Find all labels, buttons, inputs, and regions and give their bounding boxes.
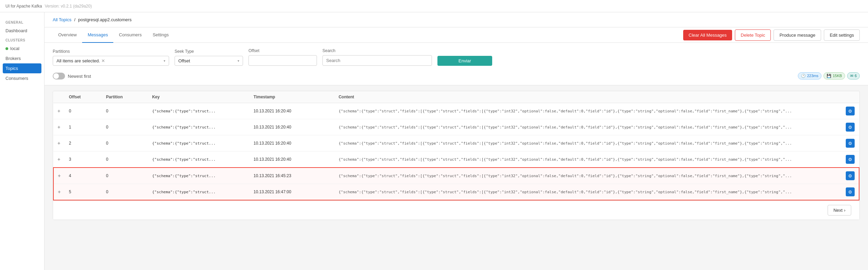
produce-message-button[interactable]: Produce message <box>774 29 821 41</box>
expand-cell: + <box>53 119 65 135</box>
partition-cell: 0 <box>102 119 148 135</box>
app-version: Version: v0.2.1 (da29a20) <box>45 4 92 9</box>
expand-icon[interactable]: + <box>58 108 60 114</box>
partitions-value: All items are selected. <box>56 58 100 63</box>
content-cell: {"schema":{"type":"struct","fields":[{"t… <box>334 151 842 168</box>
table-body: + 0 0 {"schema":{"type":"struct... 10.13… <box>53 103 859 200</box>
newest-first-label: Newest first <box>68 74 91 79</box>
delete-topic-button[interactable]: Delete Topic <box>735 29 771 41</box>
col-actions-header <box>842 91 859 103</box>
sidebar-item-topics[interactable]: Topics <box>3 63 41 73</box>
messages-table: Offset Partition Key Timestamp Content +… <box>53 91 859 200</box>
select-arrow-icon: ▾ <box>164 59 165 63</box>
stat-badge-size: 💾 15KB <box>824 72 845 79</box>
clusters-section-label: CLUSTERS <box>0 36 44 44</box>
tab-overview[interactable]: Overview <box>53 27 82 43</box>
seek-type-value: Offset <box>178 58 190 63</box>
stat-badge-count: ✉ 6 <box>847 72 860 79</box>
action-cell: ⚙ <box>842 119 859 135</box>
clear-all-messages-button[interactable]: Clear All Messages <box>683 30 732 40</box>
action-cell: ⚙ <box>842 184 859 200</box>
row-gear-button[interactable]: ⚙ <box>846 107 855 115</box>
row-gear-button[interactable]: ⚙ <box>846 123 855 132</box>
offset-cell: 2 <box>65 135 102 151</box>
offset-cell: 3 <box>65 151 102 168</box>
sidebar-item-dashboard[interactable]: Dashboard <box>0 26 44 36</box>
search-input[interactable] <box>322 55 432 66</box>
next-button[interactable]: Next › <box>828 205 851 216</box>
seek-type-select[interactable]: Offset ▾ <box>175 56 243 66</box>
filter-group-search: Search <box>322 48 432 66</box>
col-partition-header: Partition <box>102 91 148 103</box>
sidebar-item-consumers[interactable]: Consumers <box>0 73 44 83</box>
stats-row: 🕐 223ms 💾 15KB ✉ 6 <box>798 72 860 79</box>
col-offset-header: Offset <box>65 91 102 103</box>
expand-icon[interactable]: + <box>58 189 61 195</box>
expand-icon[interactable]: + <box>58 124 60 130</box>
col-timestamp-header: Timestamp <box>250 91 334 103</box>
filter-group-offset: Offset <box>248 48 317 66</box>
tab-messages[interactable]: Messages <box>82 27 113 43</box>
table-row: + 1 0 {"schema":{"type":"struct... 10.13… <box>53 119 859 135</box>
filter-group-partitions: Partitions All items are selected. ✕ ▾ <box>53 49 169 66</box>
content-cell: {"schema":{"type":"struct","fields":[{"t… <box>334 103 842 119</box>
breadcrumb-separator: / <box>74 17 76 22</box>
expand-icon[interactable]: + <box>58 157 60 162</box>
content-cell: {"schema":{"type":"struct","fields":[{"t… <box>334 184 842 200</box>
search-label: Search <box>322 48 432 53</box>
expand-cell: + <box>53 151 65 168</box>
action-cell: ⚙ <box>842 151 859 168</box>
select-clear-icon[interactable]: ✕ <box>101 58 105 63</box>
row-gear-button[interactable]: ⚙ <box>846 139 855 148</box>
app-wrapper: UI for Apache Kafka Version: v0.2.1 (da2… <box>0 0 868 270</box>
partition-cell: 0 <box>102 103 148 119</box>
offset-label: Offset <box>248 48 317 53</box>
seek-type-label: Seek Type <box>175 49 243 54</box>
col-expand <box>53 91 65 103</box>
timestamp-cell: 10.13.2021 16:20:40 <box>250 135 334 151</box>
row-gear-button[interactable]: ⚙ <box>846 187 855 196</box>
key-cell: {"schema":{"type":"struct... <box>148 103 249 119</box>
row-gear-button[interactable]: ⚙ <box>846 171 855 180</box>
expand-icon[interactable]: + <box>58 173 61 179</box>
row-gear-button[interactable]: ⚙ <box>846 155 855 164</box>
newest-first-toggle[interactable] <box>53 73 65 79</box>
col-content-header: Content <box>334 91 842 103</box>
expand-icon[interactable]: + <box>58 140 60 146</box>
top-bar: UI for Apache Kafka Version: v0.2.1 (da2… <box>0 0 868 12</box>
partition-cell: 0 <box>102 151 148 168</box>
cluster-status-dot <box>5 47 8 50</box>
edit-settings-button[interactable]: Edit settings <box>824 29 860 41</box>
timestamp-cell: 10.13.2021 16:47:00 <box>250 184 334 200</box>
partition-cell: 0 <box>102 135 148 151</box>
stat-badge-time: 🕐 223ms <box>798 72 821 79</box>
offset-cell: 4 <box>65 168 102 184</box>
offset-cell: 0 <box>65 103 102 119</box>
partitions-select[interactable]: All items are selected. ✕ ▾ <box>53 56 169 66</box>
page-content: Overview Messages Consumers Settings Cle… <box>44 27 868 228</box>
timestamp-cell: 10.13.2021 16:20:40 <box>250 103 334 119</box>
expand-cell: + <box>53 168 65 184</box>
offset-input[interactable] <box>248 55 317 66</box>
size-icon: 💾 <box>827 74 831 78</box>
enviar-button[interactable]: Enviar <box>437 56 492 66</box>
breadcrumb-link-all-topics[interactable]: All Topics <box>53 17 72 22</box>
next-arrow-icon: › <box>844 208 845 213</box>
newest-first-toggle-row: Newest first <box>53 73 91 79</box>
cluster-item-local[interactable]: local <box>0 44 44 53</box>
key-cell: {"schema":{"type":"struct... <box>148 184 249 200</box>
table-row: + 2 0 {"schema":{"type":"struct... 10.13… <box>53 135 859 151</box>
table-row: + 3 0 {"schema":{"type":"struct... 10.13… <box>53 151 859 168</box>
tab-settings[interactable]: Settings <box>147 27 174 43</box>
offset-cell: 1 <box>65 119 102 135</box>
key-cell: {"schema":{"type":"struct... <box>148 168 249 184</box>
stat-size-value: 15KB <box>833 74 842 78</box>
action-cell: ⚙ <box>842 168 859 184</box>
tab-consumers[interactable]: Consumers <box>113 27 147 43</box>
table-header-row: Offset Partition Key Timestamp Content <box>53 91 859 103</box>
expand-cell: + <box>53 103 65 119</box>
partition-cell: 0 <box>102 184 148 200</box>
filter-group-enviar: Enviar <box>437 49 492 66</box>
timestamp-cell: 10.13.2021 16:20:40 <box>250 119 334 135</box>
sidebar-item-brokers[interactable]: Brokers <box>0 53 44 63</box>
